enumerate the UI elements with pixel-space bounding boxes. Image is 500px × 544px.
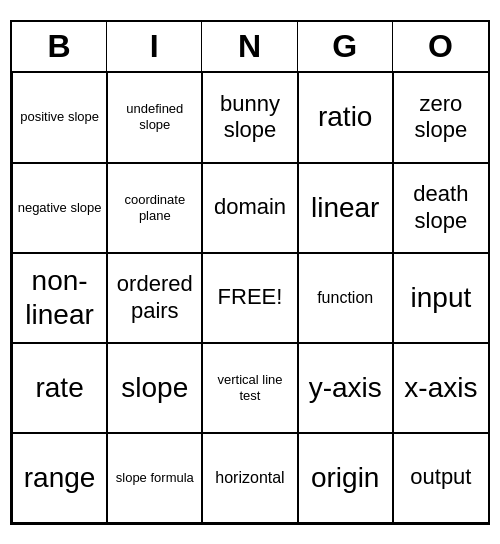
cell-text: x-axis — [404, 371, 477, 405]
cell-7: domain — [202, 163, 297, 253]
cell-text: ordered pairs — [112, 271, 197, 324]
cell-text: non-linear — [17, 264, 102, 331]
header-letter: I — [107, 22, 202, 71]
cell-23: origin — [298, 433, 393, 523]
cell-text: rate — [35, 371, 83, 405]
header-letter: N — [202, 22, 297, 71]
header-letter: B — [12, 22, 107, 71]
bingo-card: BINGO positive slopeundefined slopebunny… — [10, 20, 490, 525]
cell-text: y-axis — [309, 371, 382, 405]
bingo-grid: positive slopeundefined slopebunny slope… — [12, 73, 488, 523]
cell-9: death slope — [393, 163, 488, 253]
cell-0: positive slope — [12, 73, 107, 163]
cell-8: linear — [298, 163, 393, 253]
cell-18: y-axis — [298, 343, 393, 433]
cell-text: range — [24, 461, 96, 495]
cell-4: zero slope — [393, 73, 488, 163]
cell-24: output — [393, 433, 488, 523]
cell-15: rate — [12, 343, 107, 433]
bingo-header: BINGO — [12, 22, 488, 73]
cell-text: positive slope — [20, 109, 99, 125]
header-letter: G — [298, 22, 393, 71]
cell-17: vertical line test — [202, 343, 297, 433]
cell-3: ratio — [298, 73, 393, 163]
cell-13: function — [298, 253, 393, 343]
cell-text: negative slope — [18, 200, 102, 216]
header-letter: O — [393, 22, 488, 71]
cell-1: undefined slope — [107, 73, 202, 163]
cell-19: x-axis — [393, 343, 488, 433]
cell-10: non-linear — [12, 253, 107, 343]
cell-text: zero slope — [398, 91, 484, 144]
cell-text: coordinate plane — [112, 192, 197, 223]
cell-20: range — [12, 433, 107, 523]
cell-text: ratio — [318, 100, 372, 134]
cell-11: ordered pairs — [107, 253, 202, 343]
cell-text: FREE! — [218, 284, 283, 310]
cell-text: origin — [311, 461, 379, 495]
cell-text: slope formula — [116, 470, 194, 486]
cell-6: coordinate plane — [107, 163, 202, 253]
cell-21: slope formula — [107, 433, 202, 523]
cell-text: death slope — [398, 181, 484, 234]
cell-16: slope — [107, 343, 202, 433]
cell-2: bunny slope — [202, 73, 297, 163]
cell-14: input — [393, 253, 488, 343]
cell-text: bunny slope — [207, 91, 292, 144]
cell-text: slope — [121, 371, 188, 405]
cell-text: linear — [311, 191, 379, 225]
cell-12: FREE! — [202, 253, 297, 343]
cell-text: function — [317, 288, 373, 307]
cell-5: negative slope — [12, 163, 107, 253]
cell-text: vertical line test — [207, 372, 292, 403]
cell-text: horizontal — [215, 468, 284, 487]
cell-text: input — [411, 281, 472, 315]
cell-text: undefined slope — [112, 101, 197, 132]
cell-text: output — [410, 464, 471, 490]
cell-22: horizontal — [202, 433, 297, 523]
cell-text: domain — [214, 194, 286, 220]
